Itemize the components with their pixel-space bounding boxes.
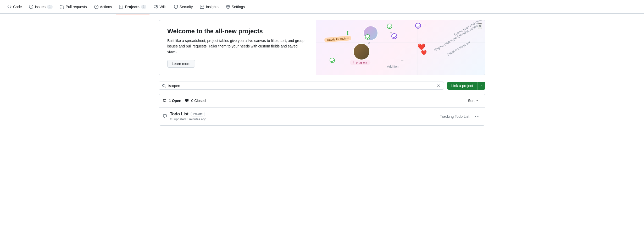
code-icon [7, 5, 12, 9]
ellipsis-icon [475, 114, 479, 119]
project-info: Todo List Private #3 updated 6 minutes a… [170, 112, 440, 121]
sort-button[interactable]: Sort [466, 98, 481, 104]
insights-icon [200, 5, 204, 9]
deco-pr-icon [346, 30, 352, 36]
closed-icon [185, 98, 190, 103]
top-nav: Code Issues 1 Pull requests Actions [0, 0, 644, 14]
banner-decorative-area: Ready for review in progress ❤️ ❤️ 1 2 3… [316, 20, 485, 75]
wiki-icon [154, 5, 158, 9]
filter-bar: Link a project [159, 82, 485, 90]
security-icon [174, 5, 178, 9]
project-row-icon [163, 114, 168, 119]
closed-tab-label: 0 Closed [191, 99, 206, 103]
tab-open[interactable]: 1 Open [163, 97, 181, 104]
nav-label-wiki: Wiki [159, 5, 166, 9]
project-actions-button[interactable] [474, 113, 481, 119]
banner-text-area: Welcome to the all-new projects Built li… [159, 20, 316, 75]
settings-icon [226, 5, 230, 9]
deco-label-progress: in progress [350, 60, 370, 65]
deco-num-3: 3 [368, 41, 370, 45]
projects-table: 1 Open 0 Closed Sort [159, 94, 485, 125]
search-clear-button[interactable] [436, 84, 441, 88]
tab-closed[interactable]: 0 Closed [185, 97, 206, 104]
actions-icon [94, 5, 98, 9]
search-input[interactable] [168, 84, 434, 88]
nav-item-pull-requests[interactable]: Pull requests [57, 3, 90, 11]
sort-label: Sort [468, 99, 475, 103]
deco-circle-purple-2 [391, 33, 397, 39]
nav-item-actions[interactable]: Actions [91, 3, 115, 11]
deco-plus-icon: + [401, 58, 404, 64]
table-row: Todo List Private #3 updated 6 minutes a… [159, 108, 485, 125]
project-meta: #3 updated 6 minutes ago [170, 117, 440, 121]
deco-circle-2 [365, 34, 370, 40]
link-project-btn-wrapper: Link a project [447, 82, 485, 90]
deco-circle-3 [330, 58, 335, 63]
project-title-row: Todo List Private [170, 112, 440, 116]
project-tracking: Tracking Todo List [440, 114, 469, 119]
nav-item-settings[interactable]: Settings [223, 3, 248, 11]
welcome-banner: Welcome to the all-new projects Built li… [159, 20, 485, 75]
projects-icon-small [163, 98, 167, 103]
deco-heart-2: ❤️ [421, 50, 427, 56]
sort-chevron-icon [476, 99, 479, 102]
private-badge: Private [191, 112, 205, 116]
nav-item-code[interactable]: Code [4, 3, 25, 11]
nav-label-pr: Pull requests [66, 5, 87, 9]
nav-label-issues: Issues [35, 5, 45, 9]
nav-item-wiki[interactable]: Wiki [151, 3, 169, 11]
nav-item-insights[interactable]: Insights [197, 3, 221, 11]
banner-close-button[interactable]: × [478, 23, 482, 29]
banner-illustration: Ready for review in progress ❤️ ❤️ 1 2 3… [316, 20, 485, 75]
nav-label-insights: Insights [206, 5, 218, 9]
nav-label-actions: Actions [100, 5, 112, 9]
search-icon [162, 83, 166, 88]
banner-title: Welcome to the all-new projects [167, 28, 308, 35]
table-tabs: 1 Open 0 Closed [163, 97, 206, 104]
nav-label-security: Security [180, 5, 193, 9]
nav-label-settings: Settings [232, 5, 245, 9]
issues-badge: 1 [47, 5, 53, 9]
link-project-button[interactable]: Link a project [447, 82, 477, 90]
nav-item-security[interactable]: Security [171, 3, 196, 11]
open-tab-label: 1 Open [169, 99, 181, 103]
pr-icon [60, 5, 64, 9]
search-wrapper [159, 82, 444, 90]
deco-circle-purple-1 [415, 23, 421, 29]
deco-add-item: Add item [387, 65, 399, 68]
main-content: Welcome to the all-new projects Built li… [154, 14, 490, 132]
issues-icon [29, 5, 33, 9]
projects-badge: 1 [141, 5, 147, 9]
deco-label-review: Ready for review [324, 35, 352, 42]
project-name[interactable]: Todo List [170, 112, 188, 116]
projects-icon [119, 5, 123, 9]
deco-heart-1: ❤️ [418, 43, 425, 51]
nav-label-code: Code [13, 5, 22, 9]
nav-label-projects: Projects [125, 5, 139, 9]
deco-circle-1 [387, 24, 392, 29]
nav-item-projects[interactable]: Projects 1 [116, 3, 149, 11]
table-header: 1 Open 0 Closed Sort [159, 94, 485, 107]
banner-description: Built like a spreadsheet, project tables… [167, 38, 308, 55]
learn-more-button[interactable]: Learn more [167, 60, 195, 68]
nav-item-issues[interactable]: Issues 1 [26, 3, 55, 11]
link-project-dropdown-button[interactable] [477, 82, 485, 90]
deco-avatar-2 [353, 43, 370, 60]
deco-num-1: 1 [424, 23, 426, 27]
